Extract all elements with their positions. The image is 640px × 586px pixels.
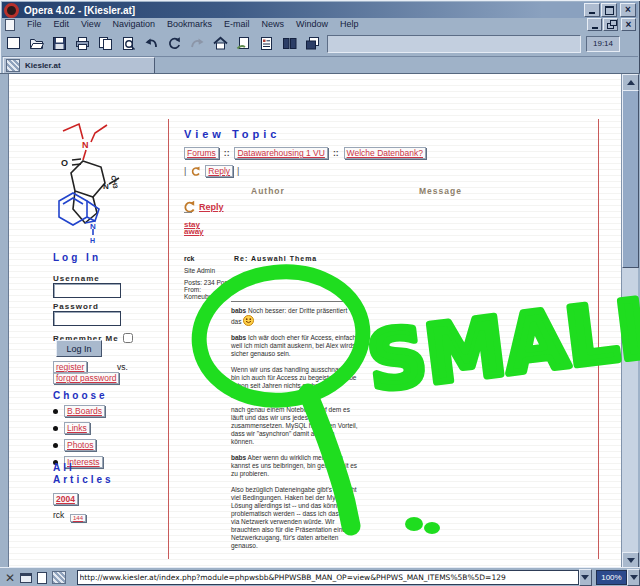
zoom-select[interactable]: 100% [596, 570, 627, 585]
message-paragraph: Wenn wir uns das handling ausschnapsen, … [231, 366, 358, 398]
back-icon[interactable] [140, 33, 163, 54]
find-icon[interactable] [117, 33, 140, 54]
article-count-link[interactable]: 144 [70, 514, 86, 522]
hatch-pattern-icon[interactable] [52, 571, 66, 584]
all-articles-heading-line1: All [53, 462, 75, 473]
window-icon[interactable] [20, 573, 32, 583]
message-paragraph: babs Ich wär doch eher für Access, einfa… [231, 334, 358, 358]
scrollbar-thumb[interactable] [622, 90, 639, 268]
menu-help[interactable]: Help [334, 18, 365, 31]
window-title: Opera 4.02 - [Kiesler.at] [24, 5, 583, 16]
minimize-button[interactable] [584, 3, 600, 17]
remember-me-checkbox[interactable] [123, 333, 133, 343]
menu-file[interactable]: File [21, 18, 48, 31]
menu-view[interactable]: View [75, 18, 106, 31]
document-icon [5, 19, 15, 31]
close-icon: × [626, 21, 632, 29]
page-hatch-icon [6, 59, 20, 72]
zoom-dropdown-button[interactable] [627, 569, 640, 586]
menu-window[interactable]: Window [290, 18, 334, 31]
username-label: Username [53, 274, 100, 283]
smiley-icon [243, 315, 254, 326]
bboards-link[interactable]: B.Boards [64, 405, 105, 417]
open-icon[interactable] [25, 33, 48, 54]
links-link[interactable]: Links [64, 422, 90, 434]
vs-text: vs. [117, 362, 128, 372]
login-button[interactable]: Log In [56, 340, 102, 357]
child-close-button[interactable]: × [621, 18, 636, 31]
author-column-header: Author [251, 186, 285, 196]
breadcrumb-forum-link[interactable]: Datawarehousing 1 VU [234, 147, 327, 159]
reply-link[interactable]: Reply [199, 202, 224, 212]
svg-text:H: H [90, 237, 95, 244]
away-link[interactable]: away [184, 228, 204, 235]
clock: 19:14 [586, 36, 620, 52]
username-field[interactable] [53, 283, 121, 298]
post-meta: Posts: 234 Posted: [184, 279, 239, 286]
forgot-password-link[interactable]: forgot password [53, 372, 119, 384]
post-location: Korneuburg [184, 293, 218, 300]
svg-text:N: N [82, 140, 89, 150]
toolbar-address-strip[interactable] [327, 35, 581, 53]
right-red-divider [598, 119, 599, 559]
message-body: babs Noch besser: der Dritte präsentiert… [231, 307, 358, 558]
login-heading: Log In [53, 252, 101, 263]
list-item: Links [53, 422, 105, 434]
maximize-button[interactable] [601, 3, 617, 17]
bullet-icon [53, 409, 58, 414]
close-button[interactable]: × [620, 3, 636, 17]
svg-text:CH3: CH3 [110, 175, 119, 189]
page-title: View Topic [184, 128, 280, 140]
post-role: Site Admin [184, 267, 215, 274]
minimize-icon [592, 27, 598, 29]
rck-author-text: rck [53, 510, 64, 520]
forward-icon[interactable] [186, 33, 209, 54]
child-restore-button[interactable] [603, 18, 618, 31]
breadcrumb-topic-link[interactable]: Welche Datenbank? [344, 147, 426, 159]
home-icon[interactable] [209, 33, 232, 54]
tab-kiesler[interactable]: Kiesler.at [3, 57, 155, 74]
reply-bar: | Reply | [184, 165, 239, 177]
page-bar: Kiesler.at [2, 57, 638, 73]
new-page-icon[interactable] [2, 33, 25, 54]
choose-heading: Choose [53, 390, 108, 401]
copy-icon[interactable] [94, 33, 117, 54]
reply-icon [190, 166, 201, 177]
message-paragraph: nach genau einem Notebook, auf dem es lä… [231, 406, 358, 446]
tab-label: Kiesler.at [25, 61, 61, 70]
print-icon[interactable] [71, 33, 94, 54]
browser-viewport: N O N CH3 N H [0, 73, 640, 568]
breadcrumb-forums-link[interactable]: Forums [184, 147, 219, 159]
photos-link[interactable]: Photos [64, 439, 96, 451]
arrow-up-icon [627, 80, 635, 85]
notes-icon[interactable] [255, 33, 278, 54]
save-icon[interactable] [48, 33, 71, 54]
scroll-up-button[interactable] [622, 74, 639, 91]
message-paragraph: Also bezüglich Dateneingabe gibt's da ni… [231, 486, 358, 550]
breadcrumb: Forums :: Datawarehousing 1 VU :: Welche… [184, 147, 426, 159]
cascade-windows-icon[interactable] [301, 33, 324, 54]
year-2004-link[interactable]: 2004 [53, 493, 78, 505]
menu-bookmarks[interactable]: Bookmarks [161, 18, 218, 31]
menu-edit[interactable]: Edit [48, 18, 76, 31]
url-dropdown-button[interactable] [579, 569, 592, 586]
url-input[interactable] [77, 570, 579, 585]
menu-email[interactable]: E-mail [218, 18, 256, 31]
menu-news[interactable]: News [255, 18, 290, 31]
reply-link[interactable]: Reply [205, 165, 233, 177]
menu-navigation[interactable]: Navigation [106, 18, 161, 31]
document-icon[interactable] [37, 572, 47, 584]
vertical-scrollbar[interactable] [621, 74, 638, 568]
hotlist-icon[interactable] [232, 33, 255, 54]
maximize-icon [605, 6, 614, 15]
password-field[interactable] [53, 311, 121, 326]
child-minimize-button[interactable] [587, 18, 602, 31]
bullet-icon [53, 426, 58, 431]
close-x-icon[interactable]: ✕ [5, 573, 15, 583]
svg-text:N: N [90, 222, 96, 231]
title-bar: Opera 4.02 - [Kiesler.at] × [2, 2, 638, 18]
reply-icon [182, 200, 196, 214]
post-from-label: From: [184, 286, 201, 293]
reload-icon[interactable] [163, 33, 186, 54]
tile-windows-icon[interactable] [278, 33, 301, 54]
